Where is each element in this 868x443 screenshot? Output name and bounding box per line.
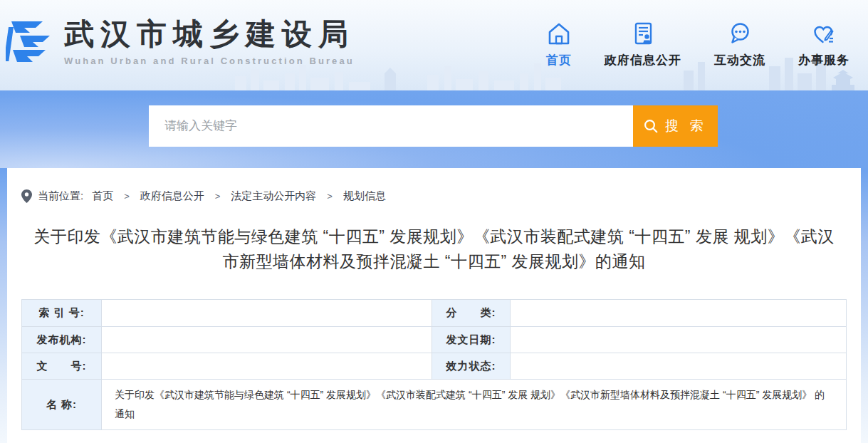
- search-button[interactable]: 搜 索: [633, 105, 718, 147]
- home-icon: [546, 21, 572, 48]
- top-navigation: 首页 政府信息公开: [546, 21, 849, 68]
- meta-value-name: 关于印发《武汉市建筑节能与绿色建筑 “十四五” 发展规划》《武汉市装配式建筑 “…: [102, 379, 846, 429]
- search-button-label: 搜 索: [665, 117, 706, 135]
- meta-label-validity-status: 效力状态:: [432, 353, 511, 379]
- nav-item-home[interactable]: 首页: [546, 21, 572, 68]
- meta-label-index-number: 索 引 号:: [22, 300, 102, 326]
- breadcrumb: 当前位置: 首页 > 政府信息公开 > 法定主动公开内容 > 规划信息: [21, 168, 847, 203]
- article-title: 关于印发《武汉市建筑节能与绿色建筑 “十四五” 发展规划》《武汉市装配式建筑 “…: [21, 224, 847, 274]
- document-meta-table: 索 引 号: 分 类: 发布机构: 发文日期: 文 号: 效力状态: 名 称: …: [21, 299, 847, 430]
- breadcrumb-separator: >: [124, 191, 130, 202]
- heart-pen-icon: [811, 21, 837, 48]
- meta-label-issue-date: 发文日期:: [432, 326, 511, 353]
- meta-label-document-number: 文 号:: [22, 353, 102, 379]
- bureau-logo-icon: [6, 17, 56, 67]
- breadcrumb-separator: >: [215, 191, 221, 202]
- search-input[interactable]: [149, 105, 633, 147]
- meta-value-category: [511, 300, 846, 326]
- document-seal-icon: [630, 21, 656, 48]
- search-box: 搜 索: [149, 105, 718, 147]
- breadcrumb-separator: >: [327, 191, 333, 202]
- nav-item-interaction[interactable]: 互动交流: [714, 21, 765, 68]
- chat-bubble-icon: [727, 21, 753, 48]
- site-name: 武汉市城乡建设局: [64, 17, 355, 51]
- nav-label-services: 办事服务: [798, 52, 849, 68]
- breadcrumb-planning-info[interactable]: 规划信息: [343, 189, 386, 203]
- meta-value-issuing-agency: [102, 326, 432, 353]
- content-panel: 当前位置: 首页 > 政府信息公开 > 法定主动公开内容 > 规划信息 关于印发…: [7, 168, 861, 443]
- meta-label-issuing-agency: 发布机构:: [22, 326, 102, 353]
- meta-value-document-number: [102, 353, 432, 379]
- nav-label-home: 首页: [546, 52, 572, 68]
- breadcrumb-prefix: 当前位置:: [38, 189, 83, 203]
- nav-item-services[interactable]: 办事服务: [798, 21, 849, 68]
- search-band: 搜 索: [0, 90, 868, 168]
- location-pin-icon: [21, 189, 32, 203]
- meta-value-index-number: [102, 300, 432, 326]
- site-logo[interactable]: 武汉市城乡建设局 Wuhan Urban and Rural Construct…: [6, 17, 355, 67]
- meta-label-name: 名 称:: [22, 379, 102, 429]
- nav-label-gov-info: 政府信息公开: [605, 52, 681, 68]
- meta-label-category: 分 类:: [432, 300, 511, 326]
- nav-label-interaction: 互动交流: [714, 52, 765, 68]
- site-header: 武汉市城乡建设局 Wuhan Urban and Rural Construct…: [0, 0, 868, 90]
- search-icon: [644, 119, 658, 133]
- logo-text: 武汉市城乡建设局 Wuhan Urban and Rural Construct…: [64, 17, 355, 66]
- meta-value-validity-status: [511, 353, 846, 379]
- breadcrumb-home[interactable]: 首页: [92, 189, 113, 203]
- breadcrumb-gov-info[interactable]: 政府信息公开: [140, 189, 204, 203]
- meta-value-issue-date: [511, 326, 846, 353]
- nav-item-gov-info[interactable]: 政府信息公开: [605, 21, 681, 68]
- breadcrumb-statutory-disclosure[interactable]: 法定主动公开内容: [231, 189, 316, 203]
- site-name-english: Wuhan Urban and Rural Construction Burea…: [64, 56, 355, 66]
